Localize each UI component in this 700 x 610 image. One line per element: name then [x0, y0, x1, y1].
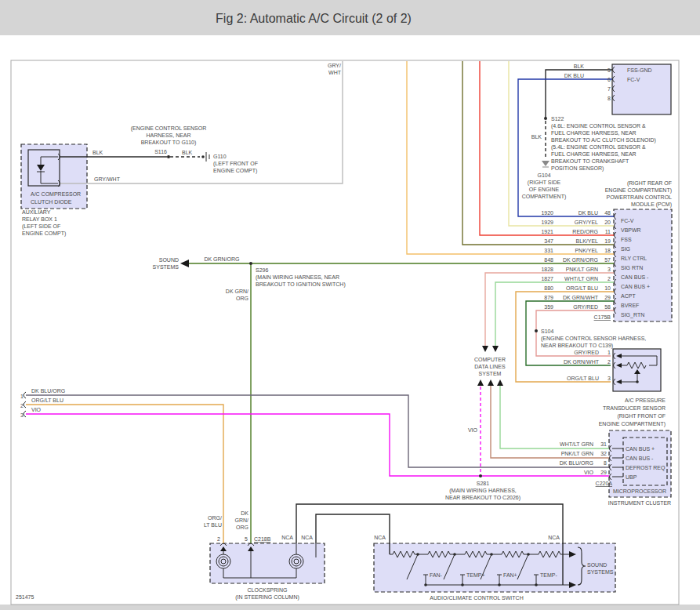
wire-color-label: DK BLU [564, 73, 584, 78]
harness-note: (ENGINE CONTROL SENSOR [131, 125, 207, 132]
pcm-location: (RIGHT REAR OF [627, 180, 672, 187]
pin-number: 2 [608, 359, 611, 365]
circuit-number: 359 [544, 304, 553, 310]
pin-label: RLY CTRL [621, 256, 647, 261]
wire-color-label: ORG [236, 296, 248, 301]
ground-location: OF ENGINE [529, 187, 560, 192]
splice-note: FUEL CHARGE HARNESS, NEAR [551, 130, 637, 136]
rail-dot [416, 553, 419, 556]
pin-number: 29 [604, 295, 611, 300]
offpage-target: SOUND [587, 562, 607, 568]
wire-color-label: ORG [236, 525, 248, 530]
component-location: RELAY BOX 1 [22, 216, 57, 222]
circuit-number: 1920 [541, 210, 553, 216]
splice-label-s296: S296 [256, 267, 268, 273]
pin-number: 31 [600, 441, 607, 447]
ground-location: (RIGHT SIDE [528, 180, 561, 186]
splice-note: POSITION SENSOR) [551, 165, 604, 172]
pin-label: CAN BUS + [621, 284, 650, 289]
pin-number: 2 [608, 276, 611, 281]
circuit-number: 347 [544, 238, 553, 244]
component-location: (RIGHT FRONT OF [617, 413, 666, 419]
pin-label: UBP [626, 474, 637, 480]
wire-color-label: NCA [301, 535, 313, 540]
switch-position-label: TEMP- [540, 572, 557, 578]
pin-number: 29 [600, 470, 607, 475]
wire-color-label: ORG/LT BLU [566, 285, 598, 291]
wire-color-label: BLK [531, 134, 542, 140]
offpage-wire-label: GRY/ [328, 63, 341, 68]
splice-note: (ENGINE CONTROL SENSOR HARNESS, [541, 336, 646, 342]
component-name: MICROPROCESSOR [613, 488, 666, 494]
wire-color-label: BLK/YEL [576, 238, 599, 244]
circuit-number: 1929 [541, 220, 553, 225]
rail-dot [498, 583, 501, 586]
wire-color-label: WHT/LT GRN [564, 276, 598, 281]
splice-dot-s122 [544, 117, 547, 120]
pin-number: 11 [605, 229, 611, 234]
circuit-number: 331 [544, 248, 553, 253]
component-name: CLOCKSPRING [248, 587, 288, 593]
document-number: 251475 [16, 594, 34, 600]
pin-label: CAN BUS + [626, 446, 655, 452]
rail-dot [527, 553, 530, 556]
wire-color-label: WHT/LT GRN [560, 441, 593, 447]
pin-number: 6 [608, 77, 611, 82]
pin-number: 3 [20, 412, 24, 418]
wire-color-label: VIO [31, 407, 42, 412]
splice-note: BREAKOUT TO CRANKSHAFT [551, 158, 629, 164]
wire-color-label: DK BLU/ORG [31, 388, 65, 394]
circuit-number: 879 [544, 295, 553, 300]
wire-color-label: BLK [182, 150, 193, 155]
splice-note: (MAIN WIRING HARNESS, NEAR [256, 274, 339, 281]
wire-color-label: DK [241, 510, 248, 516]
wire-color-label: DK BLU/ORG [560, 460, 593, 466]
splice-note: (4.6L: ENGINE CONTROL SENSOR & [551, 123, 646, 129]
pin-label: BVREF [621, 303, 639, 308]
pin-number: 2 [217, 536, 220, 542]
wiring-diagram-page: Fig 2: Automatic A/C Circuit (2 of 2) [0, 0, 700, 610]
pin-number: 2 [20, 403, 24, 408]
pin-label: VBPWR [621, 227, 641, 233]
wire-color-label: ORG/LT BLU [31, 398, 63, 403]
component-name: TRANSDUCER SENSOR [603, 405, 666, 411]
wire-color-label: GRY/RED [573, 304, 598, 310]
offpage-target: SYSTEM [479, 371, 502, 376]
splice-label-s104: S104 [541, 329, 553, 334]
splice-note: (MAIN WIRING HARNESS, [449, 488, 517, 494]
splice-note: NEAR BREAKOUT TO C2026) [445, 495, 520, 501]
pin-label: CAN BUS - [621, 274, 649, 280]
component-name: A/C COMPRESSOR [31, 191, 81, 197]
pin-number: 20 [604, 220, 611, 225]
rail-dot [453, 553, 456, 556]
offpage-target: SYSTEMS [153, 264, 180, 270]
circuit-number: 880 [544, 285, 553, 291]
wire-color-label: NCA [374, 535, 386, 540]
splice-dot-s281 [479, 474, 482, 477]
offpage-target: DATA LINES [474, 364, 506, 369]
wire-color-label: DK GRN/ORG [563, 257, 598, 263]
pcm-location: MODULE (PCM) [631, 202, 672, 208]
splice-label-s122: S122 [551, 116, 564, 122]
component-name: AUDIO/CLIMATE CONTROL SWITCH [430, 595, 523, 601]
wire-color-label: VIO [584, 470, 594, 475]
pin-label: ACPT [621, 293, 636, 299]
wire-color-label: BLK [574, 64, 585, 69]
pin-label: SIG [621, 246, 630, 252]
wire-color-label: GRY/WHT [94, 176, 121, 182]
component-location: (LEFT SIDE OF [22, 223, 60, 230]
pin-number: 7 [608, 86, 611, 92]
component-location: ENGINE COMPARTMENT) [599, 421, 666, 427]
switch-position-label: FAN+ [503, 572, 517, 578]
wire-color-label: DK GRN/WHT [563, 295, 599, 300]
circuit-number: 848 [544, 257, 553, 263]
wire-color-label: ORG/LT BLU [567, 376, 599, 381]
pin-label: DEFROST REQ [626, 465, 666, 471]
connector-label-c220a: C220A [596, 481, 613, 486]
splice-label-s116: S116 [154, 149, 167, 154]
rail-dot [461, 583, 464, 586]
splice-label-s281: S281 [477, 481, 489, 486]
component-location: (IN STEERING COLUMN) [235, 594, 299, 601]
wire-color-label: NCA [281, 535, 293, 540]
harness-note: HARNESS, NEAR [146, 133, 190, 138]
